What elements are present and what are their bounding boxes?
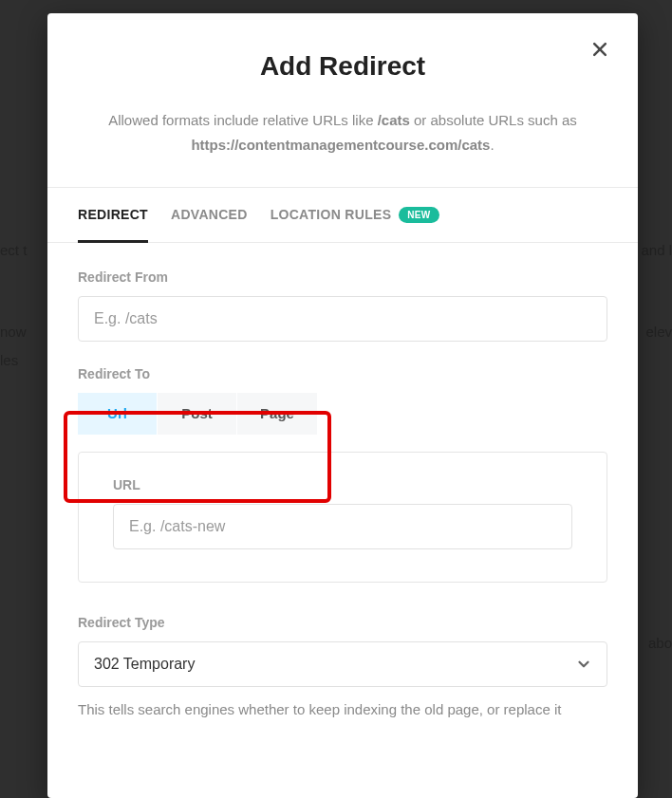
seg-label: Post	[181, 405, 213, 421]
redirect-to-option-url[interactable]: Url	[78, 393, 158, 435]
field-redirect-type: Redirect Type 302 Temporary This tells s…	[78, 615, 607, 721]
form-body: Redirect From Redirect To Url Post Page …	[47, 243, 638, 721]
redirect-type-select-wrap: 302 Temporary	[78, 641, 607, 687]
seg-label: Url	[107, 405, 127, 421]
field-redirect-to: Redirect To Url Post Page	[78, 366, 607, 435]
subtitle-text: .	[490, 137, 494, 153]
new-badge: NEW	[399, 207, 439, 223]
url-input[interactable]	[113, 504, 572, 549]
add-redirect-modal: Add Redirect Allowed formats include rel…	[47, 13, 638, 798]
bg-text: and l	[641, 242, 672, 258]
tab-location-rules[interactable]: LOCATION RULES NEW	[271, 188, 439, 242]
redirect-type-help: This tells search engines whether to kee…	[78, 698, 607, 721]
field-url: URL	[113, 477, 572, 549]
tab-advanced[interactable]: ADVANCED	[171, 188, 248, 242]
field-redirect-from: Redirect From	[78, 269, 607, 342]
bg-text: abo	[648, 635, 672, 651]
modal-subtitle: Allowed formats include relative URLs li…	[84, 108, 602, 158]
field-label: Redirect From	[78, 269, 607, 285]
field-label: Redirect Type	[78, 615, 607, 630]
subtitle-text: or absolute URLs such as	[410, 112, 577, 128]
redirect-to-segmented-control: Url Post Page	[78, 393, 607, 435]
bg-text: elev	[645, 324, 672, 340]
tab-bar: REDIRECT ADVANCED LOCATION RULES NEW	[47, 187, 638, 243]
field-label: Redirect To	[78, 366, 607, 381]
modal-header: Add Redirect Allowed formats include rel…	[47, 13, 638, 187]
redirect-type-select[interactable]: 302 Temporary	[78, 641, 607, 687]
tab-redirect[interactable]: REDIRECT	[78, 188, 148, 242]
seg-label: Page	[260, 405, 294, 421]
bg-text: ect t	[0, 242, 27, 258]
subtitle-bold: /cats	[378, 112, 410, 128]
redirect-to-option-page[interactable]: Page	[237, 393, 317, 435]
bg-text: les	[0, 352, 18, 368]
field-label: URL	[113, 477, 572, 492]
subtitle-text: Allowed formats include relative URLs li…	[108, 112, 377, 128]
close-button[interactable]	[590, 40, 609, 59]
subtitle-url: https://contentmanagementcourse.com/cats	[191, 137, 490, 153]
bg-text: now	[0, 324, 27, 340]
redirect-to-option-post[interactable]: Post	[158, 393, 237, 435]
tab-label: LOCATION RULES	[271, 207, 392, 222]
url-sub-panel: URL	[78, 452, 607, 583]
tab-label: ADVANCED	[171, 207, 248, 222]
tab-label: REDIRECT	[78, 207, 148, 222]
close-icon	[590, 40, 609, 59]
modal-title: Add Redirect	[84, 51, 602, 82]
redirect-from-input[interactable]	[78, 296, 607, 342]
